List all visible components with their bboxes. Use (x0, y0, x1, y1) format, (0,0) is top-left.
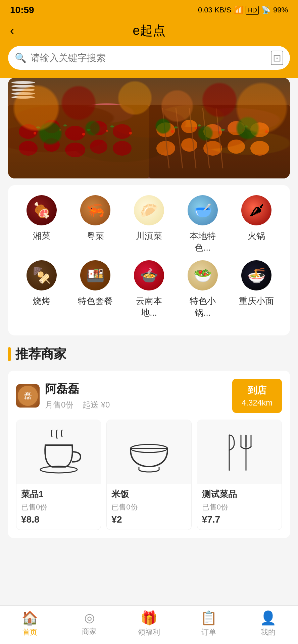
category-item-bendi[interactable]: 🥣 本地特色... (183, 195, 223, 254)
merchant-icon: ◎ (84, 612, 95, 624)
status-time: 10:59 (10, 5, 34, 15)
product-info-1: 米饭 已售0份 ¥2 (107, 484, 191, 530)
category-img-yunnan: 🍲 (134, 260, 164, 290)
store-stats: 月售0份 起送 ¥0 (45, 399, 110, 410)
svg-point-22 (36, 126, 40, 128)
home-icon: 🏠 (21, 611, 38, 625)
svg-rect-1 (149, 105, 290, 178)
category-label-yunnan: 云南本地... (129, 295, 169, 319)
category-item-chuan[interactable]: 🥟 川滇菜 (129, 195, 169, 254)
category-item-yue[interactable]: 🦐 粤菜 (75, 195, 115, 254)
svg-line-42 (176, 108, 183, 168)
svg-point-13 (181, 120, 197, 133)
svg-point-32 (59, 129, 61, 131)
svg-point-33 (82, 133, 85, 136)
svg-point-3 (44, 120, 60, 133)
product-sold-1: 已售0份 (111, 502, 186, 512)
banner-plates (11, 81, 35, 99)
category-label-chuan: 川滇菜 (136, 230, 162, 242)
svg-point-38 (218, 131, 221, 134)
order-icon: 📋 (200, 611, 217, 625)
page-title: e起点 (133, 22, 165, 39)
nav-item-merchant[interactable]: ◎ 商家 (69, 612, 109, 637)
svg-point-40 (265, 130, 268, 133)
product-img-2 (197, 420, 282, 484)
category-img-xiangcai: 🍖 (27, 195, 57, 225)
svg-point-24 (87, 129, 91, 131)
svg-rect-30 (8, 105, 290, 178)
category-item-tese[interactable]: 🍱 特色套餐 (75, 260, 115, 319)
svg-point-18 (181, 138, 197, 152)
nav-item-home[interactable]: 🏠 首页 (10, 611, 50, 637)
store-card: 磊 阿磊磊 月售0份 起送 ¥0 到店 4.324km (8, 371, 290, 538)
store-name: 阿磊磊 (45, 381, 110, 397)
svg-point-36 (171, 130, 174, 133)
category-label-shaokao: 烧烤 (33, 295, 50, 307)
svg-point-34 (106, 130, 108, 132)
store-header: 磊 阿磊磊 月售0份 起送 ¥0 到店 4.324km (16, 379, 282, 413)
svg-line-41 (162, 108, 169, 168)
svg-point-26 (174, 126, 178, 128)
product-name-1: 米饭 (111, 488, 186, 500)
svg-point-23 (63, 124, 67, 126)
nav-label-mine: 我的 (261, 627, 276, 637)
product-card-2[interactable]: 测试菜品 已售0份 ¥7.7 (197, 420, 282, 530)
category-item-yunnan[interactable]: 🍲 云南本地... (129, 260, 169, 319)
category-item-xiaoguo[interactable]: 🥗 特色小锅... (183, 260, 223, 319)
recommend-section: 推荐商家 磊 阿磊磊 月售0份 起送 ¥0 (0, 342, 298, 538)
battery-text: 99% (273, 6, 288, 14)
svg-point-19 (203, 141, 222, 156)
search-bar[interactable]: 🔍 ⊡ (8, 46, 290, 70)
product-name-2: 测试菜品 (202, 488, 277, 500)
svg-line-43 (189, 108, 196, 168)
svg-point-12 (156, 122, 175, 137)
banner-image (8, 78, 290, 178)
search-input[interactable] (31, 53, 267, 63)
category-item-shaokao[interactable]: 🍢 烧烤 (21, 260, 62, 319)
svg-point-16 (250, 122, 269, 137)
nav-item-welfare[interactable]: 🎁 领福利 (129, 611, 169, 637)
category-item-huoguo[interactable]: 🌶 火锅 (236, 195, 277, 254)
product-name-0: 菜品1 (21, 488, 96, 500)
scan-icon[interactable]: ⊡ (271, 51, 283, 65)
section-title-bar (8, 347, 11, 361)
product-card-1[interactable]: 米饭 已售0份 ¥2 (106, 420, 191, 530)
category-img-huoguo: 🌶 (241, 195, 271, 225)
search-container: 🔍 ⊡ (0, 46, 298, 78)
section-title-text: 推荐商家 (15, 345, 66, 363)
category-row-1: 🍖 湘菜 🦐 粤菜 🥟 川滇菜 🥣 本地特色... 🌶 火锅 (15, 195, 283, 254)
back-button[interactable]: ‹ (10, 24, 14, 38)
section-title: 推荐商家 (8, 342, 290, 363)
product-sold-2: 已售0份 (202, 502, 277, 512)
welfare-icon: 🎁 (141, 611, 157, 625)
nav-item-mine[interactable]: 👤 我的 (248, 611, 288, 637)
svg-point-7 (19, 141, 38, 156)
status-bar: 10:59 0.03 KB/S 📶 HD 📡 99% (0, 0, 298, 19)
category-section: 🍖 湘菜 🦐 粤菜 🥟 川滇菜 🥣 本地特色... 🌶 火锅 (8, 185, 290, 335)
svg-point-27 (198, 124, 201, 126)
product-price-2: ¥7.7 (202, 514, 277, 525)
svg-line-44 (203, 108, 209, 168)
product-img-1 (107, 420, 191, 484)
category-label-huoguo: 火锅 (248, 230, 265, 242)
store-visit-button[interactable]: 到店 4.324km (232, 379, 282, 413)
category-item-xiangcai[interactable]: 🍖 湘菜 (21, 195, 62, 254)
svg-point-11 (113, 141, 132, 156)
product-price-0: ¥8.8 (21, 514, 96, 525)
nav-label-merchant: 商家 (82, 627, 97, 637)
nav-label-home: 首页 (22, 627, 37, 637)
product-card-0[interactable]: 菜品1 已售0份 ¥8.8 (16, 420, 101, 530)
store-avatar: 磊 (16, 384, 40, 408)
svg-point-15 (228, 121, 245, 135)
svg-point-31 (34, 132, 36, 135)
category-label-mian: 重庆小面 (239, 295, 274, 307)
product-sold-0: 已售0份 (21, 502, 96, 512)
svg-rect-51 (139, 467, 159, 470)
svg-point-8 (44, 138, 60, 152)
category-img-chuan: 🥟 (134, 195, 164, 225)
product-grid: 菜品1 已售0份 ¥8.8 (16, 420, 282, 530)
category-item-mian[interactable]: 🍜 重庆小面 (236, 260, 277, 319)
svg-text:磊: 磊 (24, 391, 32, 400)
nav-item-order[interactable]: 📋 订单 (189, 611, 229, 637)
svg-point-37 (195, 127, 197, 129)
